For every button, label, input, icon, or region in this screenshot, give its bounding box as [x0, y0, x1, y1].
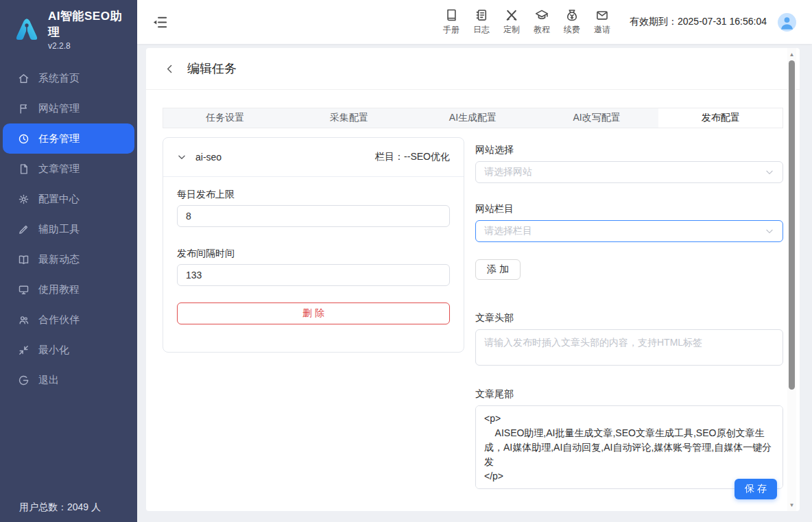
tab-collect-config[interactable]: 采集配置 — [287, 108, 411, 128]
task-card-header[interactable]: ai-seo 栏目：--SEO优化 — [163, 138, 464, 177]
money-bag-icon — [565, 8, 579, 22]
sidebar-item-label: 合作伙伴 — [38, 313, 80, 327]
task-name: ai-seo — [195, 152, 222, 163]
pencil-tool-icon — [18, 224, 29, 235]
book-icon — [444, 8, 458, 22]
menu-fold-icon[interactable] — [152, 14, 168, 30]
page-title: 编辑任务 — [187, 60, 237, 77]
header-action-tutorial[interactable]: 教程 — [527, 8, 557, 36]
expiry-text: 有效期到：2025-07-31 16:56:04 — [630, 16, 767, 28]
logo-text: AI智能SEO助理 v2.2.8 — [48, 8, 128, 51]
header-action-label: 邀请 — [594, 24, 610, 36]
sidebar-item-label: 网站管理 — [38, 102, 80, 115]
app-logo: AI智能SEO助理 v2.2.8 — [0, 0, 137, 58]
sidebar-item-config[interactable]: 配置中心 — [0, 184, 137, 214]
column-select[interactable]: 请选择栏目 — [475, 220, 783, 242]
add-button[interactable]: 添 加 — [475, 259, 521, 280]
header-action-manual[interactable]: 手册 — [436, 8, 466, 36]
envelope-icon — [595, 8, 609, 22]
user-count-text: 用户总数：2049 人 — [19, 501, 101, 514]
sidebar-item-websites[interactable]: 网站管理 — [0, 93, 137, 123]
scroll-down-icon[interactable]: ▼ — [787, 500, 796, 510]
app-version: v2.2.8 — [48, 41, 128, 51]
sidebar-item-news[interactable]: 最新动态 — [0, 244, 137, 274]
task-column-text: 栏目：--SEO优化 — [375, 151, 450, 163]
sidebar-item-logout[interactable]: 退出 — [0, 365, 137, 395]
top-header: 手册 日志 定制 教程 续费 — [137, 0, 812, 44]
back-button[interactable] — [164, 63, 176, 75]
sidebar-item-home[interactable]: 系统首页 — [0, 63, 137, 93]
scrollbar-thumb[interactable] — [789, 60, 795, 390]
interval-input[interactable] — [177, 264, 450, 286]
sidebar-item-label: 最新动态 — [38, 253, 80, 266]
keyword-links-label: 关键词链接 — [475, 510, 783, 511]
site-select[interactable]: 请选择网站 — [475, 161, 783, 183]
logo-icon — [12, 15, 41, 44]
header-action-label: 日志 — [473, 24, 490, 36]
sidebar-item-label: 文章管理 — [38, 163, 80, 176]
sidebar: AI智能SEO助理 v2.2.8 系统首页 网站管理 任务管理 文章管理 — [0, 0, 137, 522]
flag-icon — [18, 103, 29, 115]
header-action-log[interactable]: 日志 — [466, 8, 497, 36]
sidebar-item-minimize[interactable]: 最小化 — [0, 335, 137, 365]
header-action-label: 手册 — [443, 24, 459, 36]
app-title: AI智能SEO助理 — [48, 8, 128, 40]
sidebar-item-articles[interactable]: 文章管理 — [0, 154, 137, 184]
sidebar-item-partners[interactable]: 合作伙伴 — [0, 305, 137, 335]
save-button[interactable]: 保 存 — [735, 479, 777, 499]
home-icon — [18, 73, 29, 84]
header-action-label: 续费 — [564, 24, 580, 36]
publish-config-body: ai-seo 栏目：--SEO优化 每日发布上限 发布间隔时间 删 除 网站选择… — [163, 137, 783, 511]
sidebar-item-tools[interactable]: 辅助工具 — [0, 214, 137, 244]
open-book-icon — [18, 254, 29, 265]
logout-icon — [18, 375, 29, 386]
task-card-body: 每日发布上限 发布间隔时间 删 除 — [163, 177, 464, 352]
article-foot-label: 文章尾部 — [475, 387, 783, 401]
sidebar-item-label: 使用教程 — [38, 283, 80, 296]
minimize-icon — [18, 344, 29, 356]
article-foot-textarea[interactable]: <p> AISEO助理,AI批量生成文章,SEO文章生成工具,SEO原创文章生成… — [475, 405, 783, 489]
tab-task-settings[interactable]: 任务设置 — [163, 108, 287, 128]
content-panel: 编辑任务 任务设置 采集配置 AI生成配置 AI改写配置 发布配置 ai-seo… — [146, 48, 800, 511]
clock-icon — [18, 133, 29, 145]
column-select-label: 网站栏目 — [475, 202, 783, 215]
sidebar-item-label: 系统首页 — [38, 72, 80, 85]
task-card: ai-seo 栏目：--SEO优化 每日发布上限 发布间隔时间 删 除 — [163, 137, 464, 353]
sidebar-item-label: 退出 — [38, 374, 59, 387]
sidebar-menu: 系统首页 网站管理 任务管理 文章管理 配置中心 辅助工具 — [0, 63, 137, 395]
expiry-label: 有效期到： — [630, 16, 678, 27]
avatar[interactable] — [778, 13, 796, 32]
gear-icon — [18, 193, 29, 205]
tab-ai-generate-config[interactable]: AI生成配置 — [411, 108, 535, 128]
site-select-label: 网站选择 — [475, 143, 783, 156]
header-action-renew[interactable]: 续费 — [557, 8, 587, 36]
scroll-up-icon[interactable]: ▲ — [787, 49, 796, 59]
sidebar-item-label: 最小化 — [38, 344, 69, 357]
sidebar-item-label: 配置中心 — [38, 193, 80, 206]
header-action-invite[interactable]: 邀请 — [587, 8, 617, 36]
graduation-cap-icon — [535, 8, 549, 22]
chevron-down-icon — [765, 226, 774, 236]
header-action-label: 教程 — [534, 24, 550, 36]
delete-button[interactable]: 删 除 — [177, 302, 450, 324]
document-icon — [18, 163, 29, 175]
header-action-custom[interactable]: 定制 — [497, 8, 527, 36]
tab-publish-config[interactable]: 发布配置 — [658, 108, 783, 128]
log-notebook-icon — [475, 8, 488, 22]
chevron-down-icon — [765, 167, 774, 177]
tab-ai-rewrite-config[interactable]: AI改写配置 — [535, 108, 659, 128]
vertical-scrollbar[interactable]: ▲ ▼ — [787, 48, 796, 511]
tab-bar: 任务设置 采集配置 AI生成配置 AI改写配置 发布配置 — [163, 108, 783, 128]
chevron-down-icon[interactable] — [177, 152, 187, 162]
header-right: 手册 日志 定制 教程 续费 — [436, 8, 812, 36]
monitor-icon — [18, 284, 29, 296]
interval-label: 发布间隔时间 — [177, 246, 450, 260]
daily-limit-input[interactable] — [177, 205, 450, 227]
sidebar-item-tutorial[interactable]: 使用教程 — [0, 274, 137, 305]
sidebar-item-tasks[interactable]: 任务管理 — [3, 123, 134, 154]
daily-limit-label: 每日发布上限 — [177, 187, 450, 201]
article-head-textarea[interactable] — [475, 329, 783, 366]
partners-icon — [18, 314, 29, 326]
article-head-label: 文章头部 — [475, 311, 783, 324]
header-actions: 手册 日志 定制 教程 续费 — [436, 8, 617, 36]
